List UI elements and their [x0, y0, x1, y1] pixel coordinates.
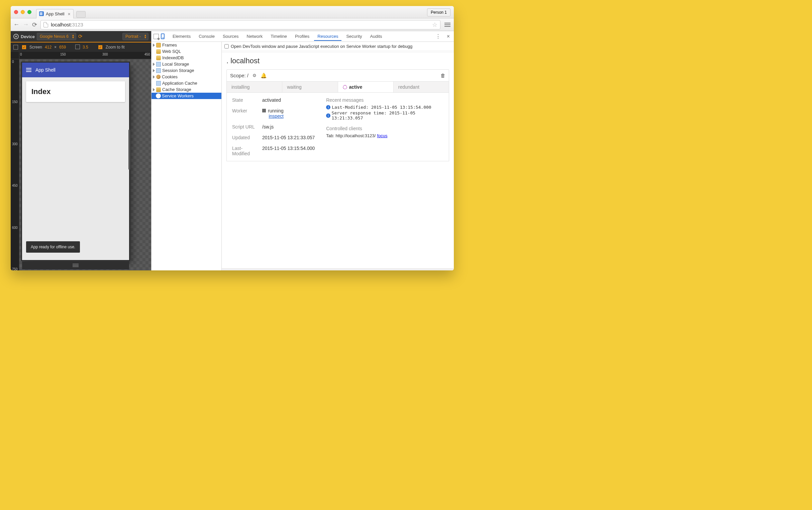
sw-worker-value: running inspect	[262, 108, 315, 119]
tree-item-application-cache[interactable]: Application Cache	[151, 80, 221, 86]
resources-tree: FramesWeb SQLIndexedDBLocal StorageSessi…	[151, 42, 222, 271]
device-select[interactable]: Google Nexus 6▴▾	[37, 33, 76, 40]
cookie-icon	[156, 75, 160, 79]
ruler-v-0: 0	[12, 60, 14, 64]
sw-right-col: Recent messages iLast-Modified: 2015-11-…	[326, 97, 444, 156]
tree-item-cookies[interactable]: Cookies	[151, 74, 221, 80]
grid-icon	[156, 62, 161, 66]
sw-tab-waiting[interactable]: waiting	[282, 82, 338, 92]
profile-button[interactable]: Person 1	[427, 8, 450, 17]
bottom-divider	[222, 268, 454, 271]
stop-icon[interactable]	[262, 109, 266, 112]
info-icon: i	[326, 105, 330, 109]
device-viewport[interactable]: App Shell Index App ready for offline us…	[20, 59, 151, 271]
device-chin	[22, 261, 129, 270]
bookmark-star-icon[interactable]: ☆	[432, 21, 438, 28]
screen-width[interactable]: 412	[45, 45, 52, 50]
orientation-select[interactable]: Portrait -▴▾	[122, 33, 149, 40]
client-focus-link[interactable]: focus	[377, 133, 387, 138]
sw-trash-icon[interactable]: 🗑	[441, 73, 446, 78]
inspect-icon[interactable]	[153, 34, 159, 39]
devtools: Elements Console Sources Network Timelin…	[151, 31, 454, 271]
address-bar[interactable]: localhost:3123 ☆	[40, 20, 441, 29]
reload-button[interactable]: ⟳	[32, 21, 37, 28]
device-reload-icon[interactable]: ⟳	[78, 33, 83, 39]
url-port: 3123	[72, 22, 83, 27]
tab-console[interactable]: Console	[195, 32, 218, 41]
tab-timeline[interactable]: Timeline	[267, 32, 290, 41]
toast-text: App ready for offline use.	[31, 245, 75, 249]
toggle-device-icon[interactable]	[161, 33, 164, 39]
db-icon	[156, 56, 161, 60]
tab-network[interactable]: Network	[243, 32, 266, 41]
sw-state-label: State	[232, 97, 260, 103]
hamburger-icon[interactable]	[26, 68, 31, 72]
sw-options-row: Open DevTools window and pause JavaScrip…	[222, 42, 454, 51]
controlled-client: Tab: http://localhost:3123/ focus	[326, 133, 444, 138]
close-window-button[interactable]	[14, 10, 18, 14]
tab-title: App Shell	[46, 11, 64, 17]
sw-left-col: State activated Worker running inspect S…	[232, 97, 315, 156]
tree-label: Session Storage	[162, 68, 194, 73]
screen-height[interactable]: 659	[59, 45, 66, 50]
sw-tab-active[interactable]: active	[338, 82, 394, 92]
browser-menu-button[interactable]	[444, 21, 451, 28]
no-throttle-icon[interactable]	[13, 34, 19, 39]
scrollbar[interactable]	[128, 130, 130, 170]
orientation-value: Portrait -	[125, 34, 141, 39]
maximize-window-button[interactable]	[27, 10, 31, 14]
ruler-h-150: 150	[60, 53, 66, 56]
tree-item-service-workers[interactable]: Service Workers	[151, 93, 221, 99]
new-tab-button[interactable]	[76, 11, 86, 18]
tab-security[interactable]: Security	[343, 32, 365, 41]
tree-item-cache-storage[interactable]: Cache Storage	[151, 86, 221, 93]
gear-icon	[156, 94, 160, 98]
tree-label: Service Workers	[162, 93, 193, 98]
ruler-v-300: 300	[12, 142, 18, 146]
tab-profiles[interactable]: Profiles	[292, 32, 313, 41]
browser-tab[interactable]: App Shell ×	[36, 9, 73, 19]
sw-inspect-link[interactable]: inspect	[269, 113, 283, 119]
sw-script-label: Script URL	[232, 124, 260, 130]
back-button[interactable]: ←	[13, 21, 20, 28]
stack-icon	[156, 87, 161, 92]
sw-bell-icon[interactable]: 🔔	[261, 73, 267, 79]
screen-checkbox[interactable]: ✓	[22, 45, 26, 49]
tree-item-frames[interactable]: Frames	[151, 42, 221, 48]
pause-on-start-checkbox[interactable]	[224, 44, 229, 49]
msg2-text: Server response time: 2015-11-05 13:21:3…	[332, 110, 444, 120]
ruler-v-600: 600	[12, 226, 18, 230]
gear-icon	[343, 85, 347, 89]
sw-settings-icon[interactable]: ⚙	[252, 73, 257, 78]
folder-icon	[156, 43, 161, 48]
tree-item-web-sql[interactable]: Web SQL	[151, 48, 221, 55]
tab-resources[interactable]: Resources	[314, 32, 341, 41]
devtools-menu-icon[interactable]: ⋮	[433, 33, 444, 39]
tab-elements[interactable]: Elements	[169, 32, 194, 41]
dpr-value[interactable]: 3.5	[83, 45, 88, 50]
sw-scope-bar: Scope: / ⚙ 🔔 🗑	[227, 69, 449, 81]
browser-window: App Shell × Person 1 ← → ⟳ localhost:312…	[11, 6, 454, 271]
minimize-window-button[interactable]	[21, 10, 25, 14]
device-frame: App Shell Index App ready for offline us…	[22, 63, 129, 260]
tree-item-session-storage[interactable]: Session Storage	[151, 67, 221, 74]
forward-button[interactable]: →	[23, 21, 29, 28]
close-tab-icon[interactable]: ×	[67, 11, 70, 17]
sw-tab-redundant[interactable]: redundant	[394, 82, 449, 92]
device-label: Device	[21, 34, 35, 39]
sw-details: State activated Worker running inspect S…	[227, 93, 449, 161]
tree-item-local-storage[interactable]: Local Storage	[151, 61, 221, 67]
devtools-close-icon[interactable]: ×	[445, 33, 452, 39]
devtools-tabs: Elements Console Sources Network Timelin…	[151, 31, 454, 42]
tree-label: Web SQL	[162, 49, 181, 54]
tree-item-indexeddb[interactable]: IndexedDB	[151, 55, 221, 61]
zoom-checkbox[interactable]: ✓	[98, 45, 102, 49]
tab-sources[interactable]: Sources	[219, 32, 242, 41]
layers-icon[interactable]	[13, 45, 18, 50]
content-card: Index	[26, 81, 125, 102]
titlebar: App Shell × Person 1	[11, 6, 454, 19]
tab-audits[interactable]: Audits	[366, 32, 385, 41]
client-text: Tab: http://localhost:3123/	[326, 133, 375, 138]
sw-tab-installing[interactable]: installing	[227, 82, 282, 92]
recent-message: iLast-Modified: 2015-11-05 13:15:54.000	[326, 105, 444, 110]
